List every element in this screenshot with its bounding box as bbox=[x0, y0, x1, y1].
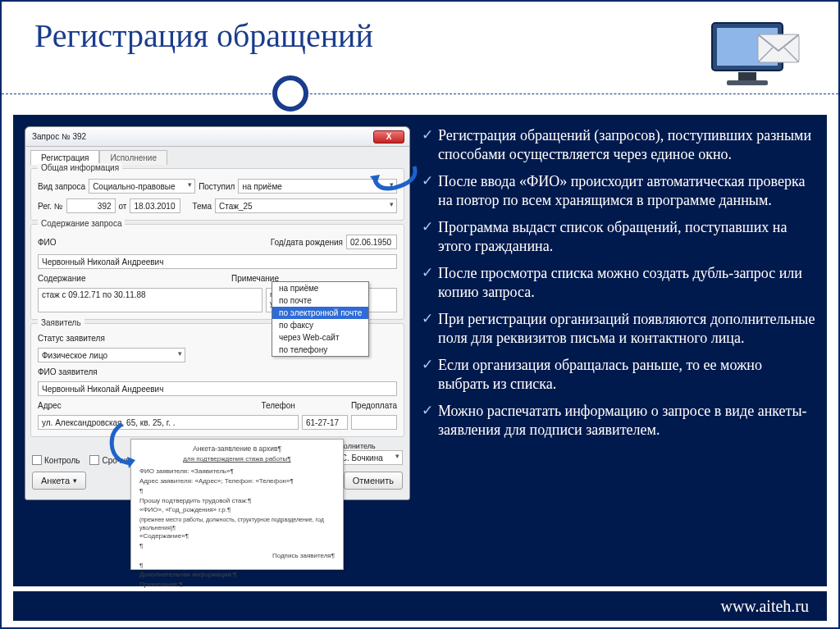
postupil-label: Поступил bbox=[199, 182, 235, 191]
anketa-button[interactable]: Анкета ▾ bbox=[32, 472, 86, 490]
addr-input[interactable]: ул. Александровская, 65, кв. 25, г. . bbox=[38, 415, 299, 430]
window-title: Запрос № 392 bbox=[32, 132, 86, 141]
dropdown-option[interactable]: по почте bbox=[272, 294, 368, 307]
bullet-item: Если организация обращалась раньше, то е… bbox=[422, 356, 815, 394]
monitor-mail-icon bbox=[707, 16, 806, 98]
tel-input[interactable]: 61-27-17 bbox=[302, 415, 348, 430]
arrow-icon bbox=[370, 163, 419, 193]
footer: www.aiteh.ru bbox=[13, 591, 827, 621]
tema-label: Тема bbox=[192, 202, 212, 211]
vid-label: Вид запроса bbox=[38, 182, 85, 191]
bullet-item: Можно распечатать информацию о запросе в… bbox=[422, 402, 815, 440]
anketa-preview: Анкета-заявление в архив¶ для подтвержде… bbox=[130, 439, 344, 570]
bullet-item: Регистрация обращений (запросов), поступ… bbox=[422, 126, 815, 164]
predopl-input[interactable] bbox=[351, 415, 397, 430]
dob-input[interactable]: 02.06.1950 bbox=[346, 235, 397, 249]
reg-label: Рег. № bbox=[38, 202, 63, 211]
bullet-list: Регистрация обращений (запросов), поступ… bbox=[422, 126, 815, 575]
group-general-title: Общая информация bbox=[38, 163, 122, 172]
separator bbox=[2, 93, 838, 94]
fio2-input[interactable]: Червонный Николай Андреевич bbox=[38, 381, 397, 396]
footer-link[interactable]: www.aiteh.ru bbox=[720, 597, 809, 616]
dob-label: Год/дата рождения bbox=[271, 238, 343, 247]
fio2-label: ФИО заявителя bbox=[38, 367, 98, 376]
group-content-title: Содержание запроса bbox=[38, 219, 125, 228]
vid-combo[interactable]: Социально-правовые bbox=[89, 179, 195, 194]
decorative-circle-icon bbox=[272, 75, 308, 112]
status-label: Статус заявителя bbox=[38, 334, 105, 343]
fio-input[interactable]: Червонный Николай Андреевич bbox=[38, 254, 397, 269]
svg-marker-6 bbox=[127, 457, 135, 468]
svg-rect-3 bbox=[727, 80, 768, 85]
bullet-item: При регистрации организаций появляются д… bbox=[422, 310, 815, 348]
reg-input[interactable]: 392 bbox=[66, 198, 116, 213]
arrow-icon bbox=[107, 421, 140, 470]
fio-label: ФИО bbox=[38, 238, 57, 247]
app-window: Запрос № 392 X Регистрация Исполнение Об… bbox=[25, 126, 410, 500]
soderj-input[interactable]: стаж с 09.12.71 по 30.11.88 bbox=[38, 288, 262, 312]
addr-label: Адрес bbox=[38, 401, 62, 410]
dropdown-option[interactable]: по факсу bbox=[272, 319, 368, 331]
bullet-item: После просмотра списка можно создать дуб… bbox=[422, 264, 815, 302]
predopl-label: Предоплата bbox=[351, 401, 397, 410]
cancel-button[interactable]: Отменить bbox=[344, 472, 403, 490]
dropdown-option[interactable]: на приёме bbox=[272, 282, 368, 294]
bullet-item: Программа выдаст список обращений, посту… bbox=[422, 218, 815, 256]
soderj-label: Содержание bbox=[38, 274, 85, 283]
close-button[interactable]: X bbox=[373, 130, 404, 144]
dropdown-option[interactable]: по телефону bbox=[272, 344, 368, 356]
postupil-dropdown[interactable]: на приёме по почте по электронной почте … bbox=[272, 281, 369, 357]
kontrol-checkbox[interactable]: Контроль bbox=[32, 455, 80, 465]
ot-input[interactable]: 18.03.2010 bbox=[130, 198, 180, 213]
bullet-item: После ввода «ФИО» происходит автоматичес… bbox=[422, 172, 815, 210]
dropdown-option[interactable]: через Web-сайт bbox=[272, 331, 368, 344]
dropdown-option-selected[interactable]: по электронной почте bbox=[272, 307, 368, 319]
status-combo[interactable]: Физическое лицо bbox=[38, 348, 185, 362]
svg-rect-2 bbox=[738, 72, 756, 80]
group-applicant-title: Заявитель bbox=[38, 318, 84, 327]
tel-label: Телефон bbox=[261, 401, 294, 410]
ot-label: от bbox=[119, 202, 127, 211]
page-title: Регистрация обращений bbox=[34, 16, 806, 55]
tema-combo[interactable]: Стаж_25 bbox=[215, 198, 397, 213]
